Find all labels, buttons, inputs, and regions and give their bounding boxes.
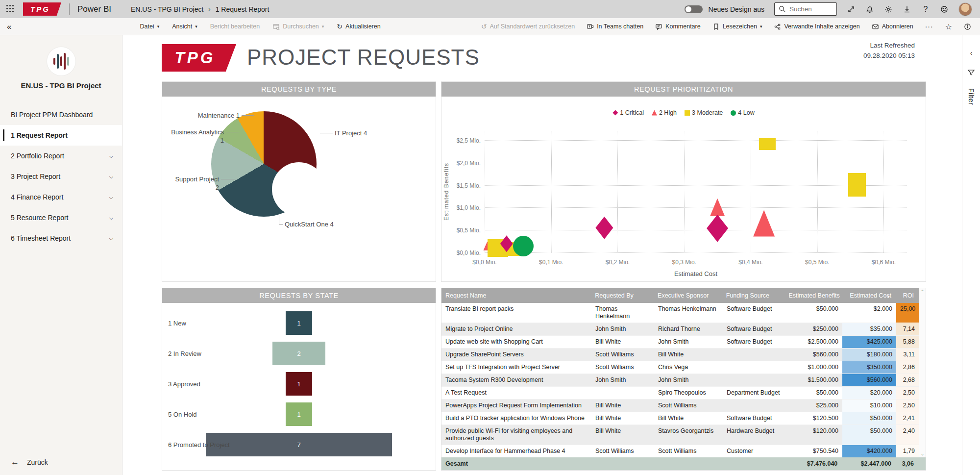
back-button[interactable]: ← Zurück — [11, 457, 48, 467]
funnel-chart[interactable]: 1 New12 In Review23 Approved15 On Hold16… — [162, 303, 436, 470]
comment-icon — [655, 23, 662, 30]
settings-gear-icon[interactable] — [884, 5, 893, 14]
funnel-bar[interactable]: 7 — [206, 433, 392, 456]
sidebar-item-timesheet-report[interactable]: 6 Timesheet Report ⌵ — [0, 228, 122, 249]
total-benefits: $7.476.040 — [785, 460, 842, 468]
funnel-bar[interactable]: 1 — [286, 311, 312, 335]
feedback-smiley-icon[interactable] — [940, 5, 949, 14]
col-header-funding-source[interactable]: Funding Source — [722, 292, 785, 299]
sidebar-item-project-report[interactable]: 3 Project Report ⌵ — [0, 166, 122, 187]
scatter-point-square[interactable] — [848, 173, 866, 197]
table-row[interactable]: Migrate to Project Online John Smith Ric… — [441, 323, 926, 336]
table-row[interactable]: Tacoma System R300 Development John Smit… — [441, 374, 926, 387]
col-header-requested-by[interactable]: Requested By — [591, 292, 654, 299]
sidebar-item-request-report[interactable]: 1 Request Report — [0, 125, 122, 146]
sidebar-item-resource-report[interactable]: 5 Resource Report ⌵ — [0, 207, 122, 228]
scroll-down-icon[interactable]: ⌄ — [921, 451, 925, 456]
sidebar-item-finance-report[interactable]: 4 Finance Report ⌵ — [0, 187, 122, 207]
col-header-roi[interactable]: ROI — [895, 292, 918, 299]
scatter-point-diamond[interactable] — [595, 217, 613, 239]
col-header-estimated-benefits[interactable]: Estimated Benefits — [785, 292, 842, 299]
x-gridline — [485, 131, 485, 253]
scroll-up-icon[interactable]: ⌃ — [921, 289, 925, 294]
table-row[interactable]: Build a PTO tracker application for Wind… — [441, 412, 926, 425]
donut-label-quickstart: QuickStart One 4 — [285, 220, 334, 228]
legend-item[interactable]: 1 Critical — [612, 109, 644, 116]
view-menu[interactable]: Ansicht▾ — [172, 23, 197, 30]
cell-request-name: Provide public Wi-Fi for visiting employ… — [441, 425, 591, 445]
table-body: Translate BI report packs Thomas Henkelm… — [441, 303, 926, 458]
comments-button[interactable]: Kommentare — [655, 23, 701, 30]
bookmarks-menu[interactable]: Lesezeichen▾ — [712, 23, 762, 30]
scatter-point-square[interactable] — [759, 138, 776, 150]
cell-estimated-cost: $50.000 — [842, 425, 896, 445]
funnel-category-label: 5 On Hold — [168, 411, 197, 418]
table-row[interactable]: Update web site with Shopping Cart Bill … — [441, 336, 926, 349]
breadcrumb-workspace[interactable]: EN.US - TPG BI Project — [131, 5, 203, 13]
table-row[interactable]: PowerApps Project Request Form Implement… — [441, 400, 926, 412]
funnel-row: 1 New1 — [162, 308, 436, 338]
table-row[interactable]: Develop Interface for Hammerhead Phase 4… — [441, 445, 926, 458]
x-gridline — [617, 131, 618, 253]
related-content-button[interactable]: Verwandte Inhalte anzeigen — [774, 23, 859, 30]
col-header-executive-sponsor[interactable]: Executive Sponsor — [654, 292, 722, 299]
more-options-icon[interactable]: ··· — [925, 23, 933, 30]
table-row[interactable]: A Test Request Spiro Theopoulos Departme… — [441, 387, 926, 400]
scatter-point-circle[interactable] — [513, 236, 534, 256]
subscribe-button[interactable]: Abonnieren — [872, 23, 913, 30]
table-row[interactable]: Translate BI report packs Thomas Henkelm… — [441, 303, 926, 323]
table-scrollbar[interactable]: ⌃ ⌄ — [919, 288, 926, 457]
legend-item[interactable]: 4 Low — [731, 109, 754, 116]
cell-request-name: Build a PTO tracker application for Wind… — [441, 412, 591, 425]
cell-estimated-benefits: $50.000 — [785, 303, 842, 323]
cell-executive-sponsor: Spiro Theopoulos — [654, 387, 723, 399]
scatter-plot-area[interactable]: Estimated Benefits Estimated Cost $0,0 M… — [485, 131, 907, 253]
cell-funding-source: Software Budget — [723, 336, 785, 348]
legend-item[interactable]: 3 Moderate — [685, 109, 723, 116]
collapse-sidebar-icon[interactable]: « — [7, 23, 11, 31]
expand-filter-icon[interactable]: ‹ — [970, 49, 973, 57]
funnel-bar[interactable]: 1 — [286, 372, 312, 396]
sidebar-item-portfolio-report[interactable]: 2 Portfolio Report ⌵ — [0, 146, 122, 166]
donut-chart[interactable]: Maintenance 1 Business Analytics1 Suppor… — [162, 97, 436, 281]
file-menu[interactable]: Datei▾ — [140, 23, 159, 30]
y-gridline — [485, 163, 907, 163]
scatter-chart[interactable]: 1 Critical 2 High 3 Moderate 4 L — [441, 97, 926, 281]
chevron-down-icon: ▾ — [760, 24, 762, 29]
cell-estimated-benefits: $560.000 — [785, 349, 842, 361]
avatar[interactable] — [958, 2, 972, 16]
funnel-bar[interactable]: 2 — [272, 342, 325, 365]
report-title: PROJECT REQUESTS — [247, 45, 480, 70]
cell-request-name: Upgrade SharePoint Servers — [441, 349, 591, 361]
download-icon[interactable] — [903, 5, 911, 14]
notifications-icon[interactable] — [865, 5, 874, 14]
legend-item[interactable]: 2 High — [652, 109, 677, 116]
breadcrumb-page[interactable]: 1 Request Report — [216, 5, 270, 13]
legend-marker-icon — [652, 110, 657, 116]
scatter-point-triangle[interactable] — [753, 210, 775, 237]
filter-pane-label[interactable]: Filter — [967, 88, 975, 105]
favorite-star-icon[interactable]: ☆ — [945, 22, 952, 31]
filter-funnel-icon[interactable] — [967, 69, 975, 76]
cell-executive-sponsor: Bill White — [654, 349, 723, 361]
cell-executive-sponsor: Chris Vega — [654, 361, 723, 374]
new-design-toggle[interactable] — [685, 5, 703, 13]
table-row[interactable]: Provide public Wi-Fi for visiting employ… — [441, 425, 926, 445]
table-row[interactable]: Upgrade SharePoint Servers Scott William… — [441, 349, 926, 361]
fullscreen-icon[interactable] — [847, 5, 856, 14]
funnel-bar[interactable]: 1 — [286, 402, 312, 426]
table-header-row[interactable]: Request Name Requested By Executive Spon… — [441, 288, 926, 303]
cell-estimated-cost: $20.000 — [842, 387, 896, 399]
help-icon[interactable]: ? — [921, 5, 930, 14]
scatter-point-diamond[interactable] — [707, 215, 728, 242]
search-input[interactable]: Suchen — [774, 2, 837, 16]
info-icon[interactable] — [964, 23, 971, 30]
refresh-button[interactable]: ↻ Aktualisieren — [337, 23, 380, 30]
app-launcher-icon[interactable] — [6, 5, 15, 14]
col-header-request-name[interactable]: Request Name — [441, 292, 591, 299]
table-row[interactable]: Set up TFS Integration with Project Serv… — [441, 361, 926, 374]
cell-requested-by: John Smith — [591, 374, 654, 386]
sidebar-item-dashboard[interactable]: BI Project PPM Dashboard — [0, 104, 122, 125]
col-header-estimated-cost[interactable]: Estimated Cost ▼ — [841, 292, 895, 299]
chat-in-teams-button[interactable]: In Teams chatten — [587, 23, 643, 30]
